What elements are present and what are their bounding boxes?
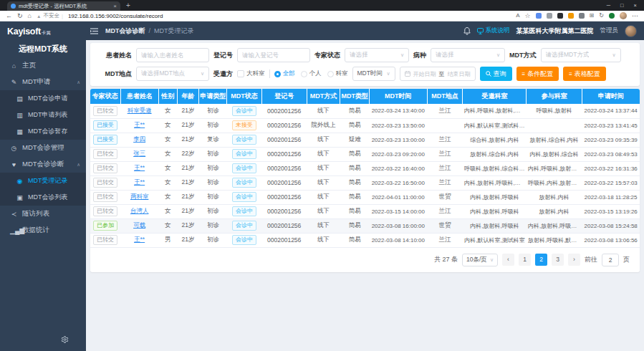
breadcrumb-section[interactable]: MDT会诊诊断 bbox=[105, 27, 145, 36]
patient-name-link[interactable]: 台湾人 bbox=[130, 207, 149, 214]
patient-name-link[interactable]: 王** bbox=[134, 164, 145, 171]
tab-favicon-icon bbox=[11, 4, 16, 9]
condition-config-button[interactable]: ≡条件配置 bbox=[516, 67, 559, 81]
goto-page-input[interactable] bbox=[602, 254, 619, 266]
security-indicator[interactable]: ▲ 不安全 | bbox=[37, 12, 63, 19]
page-button-1[interactable]: 1 bbox=[519, 254, 531, 266]
radio-icon bbox=[327, 71, 334, 77]
notification-bell-icon[interactable] bbox=[463, 27, 471, 35]
user-role[interactable]: 管理员 bbox=[600, 27, 619, 35]
header-actions: 系统说明 某某医科大学附属第二医院 管理员 bbox=[463, 25, 644, 37]
table-row[interactable]: 已转交科室受邀女21岁初诊会诊中0002001256线下简易2022-03-24… bbox=[90, 104, 640, 118]
refresh-button[interactable]: ↻ bbox=[17, 13, 23, 19]
cell-joined-depts: 呼吸科,放射科 bbox=[527, 104, 582, 118]
expert-status-select[interactable]: 请选择∨ bbox=[345, 48, 409, 62]
cell-mdt-status: 会诊中 bbox=[227, 147, 261, 161]
share-icon: ≺ bbox=[10, 211, 18, 218]
sidebar-item-MDT会诊列表[interactable]: ▣MDT会诊列表 bbox=[0, 189, 86, 206]
extension-icon[interactable] bbox=[547, 13, 552, 19]
table-row[interactable]: 已转交王**女21岁初诊会诊中0002001256线下简易2022-03-22 … bbox=[90, 161, 640, 176]
extension-icon[interactable] bbox=[568, 13, 574, 19]
date-range-picker[interactable]: 开始日期 至 结束日期 bbox=[400, 67, 476, 81]
cell-expert-status: 已接受 bbox=[90, 133, 120, 147]
cell-mdt-place: 兰江 bbox=[427, 233, 463, 247]
search-button[interactable]: 查询 bbox=[480, 67, 512, 81]
table-row[interactable]: 已转交王**男21岁初诊会诊中0002001256线下简易2022-03-08 … bbox=[90, 233, 640, 247]
extension-icon[interactable] bbox=[536, 13, 542, 19]
disease-select[interactable]: 请选择∨ bbox=[431, 48, 505, 62]
page-button-2[interactable]: 2 bbox=[535, 254, 547, 266]
collections-icon[interactable]: ⊞ bbox=[590, 13, 595, 19]
prev-page-button[interactable]: ‹ bbox=[502, 254, 514, 266]
reg-no-label: 登记号 bbox=[213, 51, 233, 60]
config-list-icon: ≡ bbox=[569, 71, 572, 77]
browser-tab[interactable]: mdt受理记录 - 远程MDT系统 × bbox=[7, 1, 120, 11]
favorite-star-icon[interactable]: ☆ bbox=[525, 13, 531, 19]
sidebar-item-主页[interactable]: ⌂主页 bbox=[0, 57, 86, 74]
back-button[interactable]: ← bbox=[6, 13, 12, 19]
patient-name-input[interactable] bbox=[136, 48, 209, 62]
sidebar-item-MDT申请[interactable]: ✎MDT申请∧ bbox=[0, 74, 86, 90]
extension-icon[interactable] bbox=[609, 13, 615, 19]
table-row[interactable]: 已参加可载女21岁初诊会诊中0002001256线下简易2022-03-08 1… bbox=[90, 218, 640, 233]
table-row[interactable]: 已转交张三女22岁初诊会诊中0002001256线下简易2022-03-23 0… bbox=[90, 147, 640, 161]
radio-全部[interactable]: 全部 bbox=[274, 69, 295, 78]
window-minimize-button[interactable]: ─ bbox=[607, 2, 610, 9]
page-button-3[interactable]: 3 bbox=[552, 254, 564, 266]
cell-mdt-type: 简易 bbox=[340, 147, 370, 161]
browser-sync-icon[interactable]: ↻ bbox=[599, 13, 604, 19]
browser-menu-icon[interactable]: ⋯ bbox=[632, 13, 638, 19]
sidebar-item-MDT会诊诊断[interactable]: ♥MDT会诊诊断∧ bbox=[0, 156, 86, 173]
home-button[interactable]: ⌂ bbox=[28, 13, 32, 19]
sidebar-item-数据统计[interactable]: ▁▄▆数据统计 bbox=[0, 222, 86, 239]
system-help-link[interactable]: 系统说明 bbox=[477, 27, 510, 35]
sidebar-collapse-icon[interactable] bbox=[90, 28, 98, 34]
big-dept-checkbox[interactable]: 大科室 bbox=[237, 69, 265, 78]
sidebar-item-MDT受理记录[interactable]: ◉MDT受理记录 bbox=[0, 173, 86, 189]
settings-gear-icon[interactable] bbox=[61, 334, 69, 347]
sidebar-item-MDT申请列表[interactable]: ▥MDT申请列表 bbox=[0, 107, 86, 123]
invited-scope-radio-group: 全部个人科室 bbox=[274, 69, 348, 78]
sidebar-item-label: MDT会诊申请 bbox=[28, 94, 68, 103]
patient-name-link[interactable]: 王** bbox=[134, 178, 145, 186]
new-tab-button[interactable]: + bbox=[126, 1, 130, 9]
url-text[interactable]: 192.168.0.156:9002/consulate/record bbox=[68, 13, 163, 19]
patient-name-link[interactable]: 可载 bbox=[133, 221, 145, 229]
cell-patient-name: 两科室 bbox=[120, 190, 158, 204]
table-row[interactable]: 已转交两科室女21岁初诊会诊中0002001256线下简易2022-04-01 … bbox=[90, 190, 640, 204]
time-type-select[interactable]: MDT时间∨ bbox=[352, 67, 395, 81]
table-row[interactable]: 已接受王**女21岁初诊未接受0002001256院外线上简易2022-03-2… bbox=[90, 118, 640, 133]
patient-name-link[interactable]: 李四 bbox=[133, 135, 145, 143]
next-page-button[interactable]: › bbox=[568, 254, 580, 266]
sidebar-item-MDT会诊暂存[interactable]: ▦MDT会诊暂存 bbox=[0, 123, 86, 140]
patient-name-link[interactable]: 两科室 bbox=[130, 193, 149, 200]
sidebar-item-MDT会诊管理[interactable]: ◷MDT会诊管理 bbox=[0, 140, 86, 156]
radio-个人[interactable]: 个人 bbox=[301, 69, 322, 78]
table-row[interactable]: 已接受李四女21岁复诊会诊中0002001256线下疑难2022-03-23 1… bbox=[90, 133, 640, 147]
patient-name-link[interactable]: 王** bbox=[134, 121, 145, 128]
user-avatar[interactable] bbox=[625, 25, 637, 37]
tab-close-icon[interactable]: × bbox=[113, 3, 117, 9]
radio-科室[interactable]: 科室 bbox=[327, 69, 348, 78]
window-maximize-button[interactable]: □ bbox=[620, 2, 624, 9]
cell-joined-depts: 放射科,内科 bbox=[527, 190, 582, 204]
extension-icon[interactable] bbox=[557, 13, 563, 19]
read-aloud-icon[interactable]: A bbox=[516, 13, 519, 19]
patient-name-link[interactable]: 张三 bbox=[133, 150, 145, 157]
table-config-button[interactable]: ≡表格配置 bbox=[563, 67, 606, 81]
patient-name-link[interactable]: 王** bbox=[134, 236, 145, 243]
table-row[interactable]: 已转交台湾人女21岁初诊会诊中0002001256线下简易2022-03-15 … bbox=[90, 204, 640, 218]
page-size-select[interactable]: 10条/页∨ bbox=[462, 254, 498, 266]
table-row[interactable]: 已转交王**女21岁初诊会诊中0002001256线下简易2022-03-22 … bbox=[90, 176, 640, 190]
expert-status-badge: 已转交 bbox=[93, 163, 117, 173]
browser-profile-avatar[interactable] bbox=[620, 12, 627, 19]
window-close-button[interactable]: × bbox=[634, 2, 637, 9]
mdt-mode-select[interactable]: 请选择MDT方式∨ bbox=[541, 48, 621, 62]
extension-icon[interactable] bbox=[579, 13, 585, 19]
sidebar-item-随访列表[interactable]: ≺随访列表 bbox=[0, 206, 86, 222]
reg-no-input[interactable] bbox=[237, 48, 310, 62]
patient-name-link[interactable]: 科室受邀 bbox=[128, 107, 152, 114]
mdt-place-select[interactable]: 请选择MDT地点∨ bbox=[136, 67, 209, 81]
cell-apply-type: 初诊 bbox=[199, 104, 227, 118]
sidebar-item-MDT会诊申请[interactable]: ▤MDT会诊申请 bbox=[0, 90, 86, 107]
